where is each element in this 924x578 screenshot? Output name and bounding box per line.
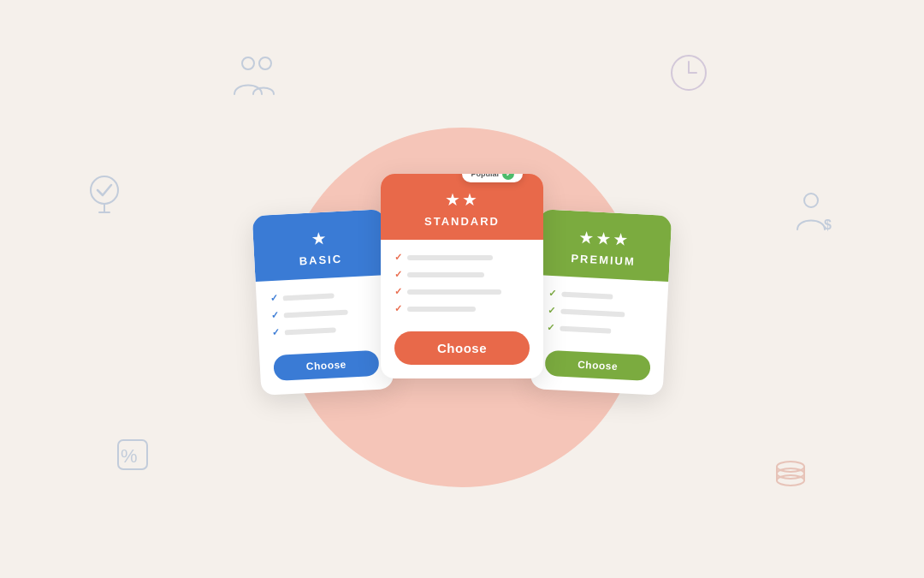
list-item: ✓	[394, 303, 530, 314]
check-icon: ✓	[394, 269, 402, 280]
feature-line	[283, 292, 335, 300]
svg-point-0	[242, 57, 254, 69]
check-icon: ✓	[270, 309, 279, 320]
svg-text:$: $	[824, 217, 832, 232]
feature-line	[285, 326, 336, 334]
feature-line	[560, 325, 611, 333]
svg-text:%: %	[121, 445, 138, 467]
list-item: ✓	[394, 252, 530, 263]
check-icon: ✓	[271, 326, 280, 337]
standard-card-body: ✓ ✓ ✓ ✓ Choose	[381, 240, 543, 378]
list-item: ✓	[547, 321, 653, 337]
popular-check-icon: ✓	[502, 174, 514, 180]
premium-choose-button[interactable]: Choose	[544, 349, 650, 380]
premium-feature-list: ✓ ✓ ✓	[547, 287, 654, 337]
standard-plan-card: Popular ✓ ★★ STANDARD ✓ ✓ ✓	[381, 174, 543, 378]
basic-feature-list: ✓ ✓ ✓	[270, 287, 377, 337]
premium-card-header: ★★★ PREMIUM	[536, 209, 672, 282]
check-icon: ✓	[547, 321, 555, 332]
feature-line	[560, 308, 625, 317]
check-icon: ✓	[394, 252, 402, 263]
team-icon	[231, 51, 282, 99]
percent-icon: %	[111, 433, 154, 480]
check-icon: ✓	[394, 303, 402, 314]
svg-point-5	[91, 176, 118, 204]
premium-plan-card: ★★★ PREMIUM ✓ ✓ ✓ Choose	[530, 209, 672, 396]
list-item: ✓	[394, 269, 530, 280]
basic-choose-button[interactable]: Choose	[273, 349, 379, 380]
standard-stars: ★★	[445, 189, 479, 210]
basic-card-body: ✓ ✓ ✓ Choose	[256, 274, 394, 395]
standard-card-header: ★★ STANDARD	[381, 174, 543, 240]
basic-card-header: ★ BASIC	[252, 209, 388, 282]
coins-stack-icon	[768, 444, 813, 492]
premium-stars: ★★★	[578, 226, 631, 249]
svg-point-1	[259, 57, 271, 69]
list-item: ✓	[394, 286, 530, 297]
list-item: ✓	[270, 287, 376, 303]
check-icon: ✓	[394, 286, 402, 297]
check-icon: ✓	[548, 304, 556, 315]
feature-line	[561, 291, 613, 299]
standard-title: STANDARD	[424, 215, 500, 228]
popular-badge-text: Popular	[471, 174, 500, 178]
feature-line	[407, 307, 476, 312]
person-dollar-icon: $	[794, 188, 838, 236]
feature-line	[284, 308, 348, 317]
svg-point-8	[804, 194, 818, 207]
clock-icon	[667, 51, 710, 98]
head-with-check-icon	[86, 171, 130, 219]
basic-stars: ★	[311, 227, 329, 248]
list-item: ✓	[548, 304, 654, 320]
premium-card-body: ✓ ✓ ✓ Choose	[530, 274, 669, 395]
list-item: ✓	[548, 287, 654, 303]
basic-plan-card: ★ BASIC ✓ ✓ ✓ Choose	[252, 209, 394, 396]
feature-line	[407, 289, 501, 295]
svg-point-14	[777, 462, 804, 472]
list-item: ✓	[270, 304, 376, 320]
pricing-cards-container: ★ BASIC ✓ ✓ ✓ Choose	[257, 182, 667, 387]
premium-title: PREMIUM	[571, 252, 636, 268]
popular-badge: Popular ✓	[462, 174, 523, 182]
standard-choose-button[interactable]: Choose	[394, 331, 530, 365]
list-item: ✓	[271, 321, 377, 337]
check-icon: ✓	[270, 292, 278, 303]
check-icon: ✓	[548, 287, 557, 298]
basic-title: BASIC	[299, 252, 342, 267]
standard-feature-list: ✓ ✓ ✓ ✓	[394, 252, 530, 314]
feature-line	[407, 255, 493, 260]
feature-line	[407, 272, 484, 277]
